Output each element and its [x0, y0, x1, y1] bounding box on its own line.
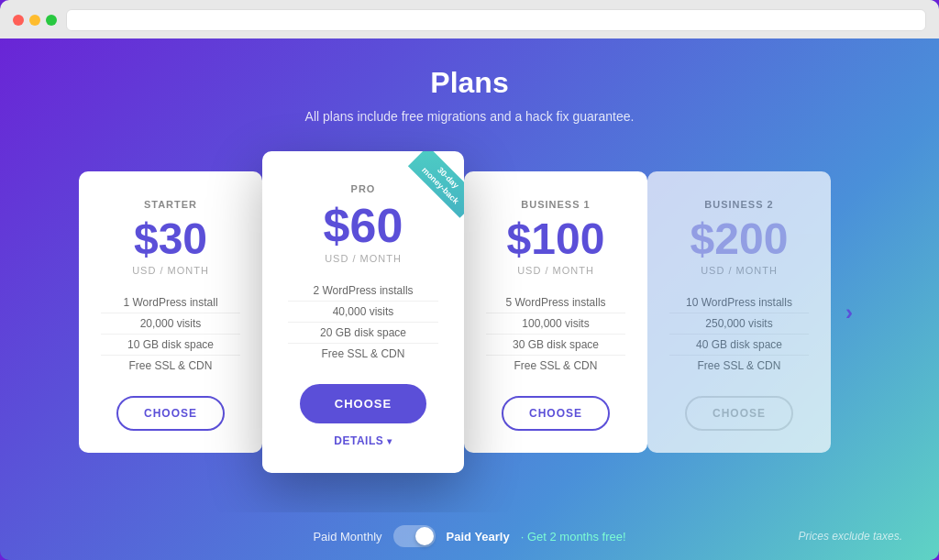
- chevron-down-icon: ▾: [387, 436, 392, 446]
- minimize-icon[interactable]: [29, 15, 40, 26]
- plan-period-pro: USD / MONTH: [288, 253, 438, 264]
- plan-card-business1: BUSINESS 1 $100 USD / MONTH 5 WordPress …: [464, 171, 647, 453]
- toggle-knob: [415, 527, 434, 545]
- feature-item: 30 GB disk space: [486, 334, 625, 355]
- feature-item: 40,000 visits: [288, 301, 438, 322]
- traffic-lights: [13, 15, 57, 26]
- feature-item: 2 WordPress installs: [288, 280, 438, 301]
- page-title: Plans: [430, 66, 508, 100]
- feature-item: Free SSL & CDN: [101, 355, 240, 376]
- feature-item: 100,000 visits: [486, 313, 625, 334]
- taxes-note: Prices exclude taxes.: [799, 530, 902, 543]
- ribbon: 30-daymoney-back: [391, 151, 464, 225]
- bottom-bar: Paid Monthly Paid Yearly · Get 2 months …: [0, 512, 939, 560]
- plan-price-business2: $200: [669, 217, 809, 261]
- browser-window: Plans All plans include free migrations …: [0, 0, 939, 560]
- feature-item: 250,000 visits: [669, 313, 809, 334]
- billing-yearly-label: Paid Yearly: [447, 530, 510, 544]
- plan-name-business1: BUSINESS 1: [486, 199, 625, 210]
- maximize-icon[interactable]: [46, 15, 57, 26]
- billing-monthly-label: Paid Monthly: [313, 530, 381, 544]
- plan-price-business1: $100: [486, 217, 625, 261]
- plan-features-business1: 5 WordPress installs 100,000 visits 30 G…: [486, 292, 625, 376]
- plan-features-pro: 2 WordPress installs 40,000 visits 20 GB…: [288, 280, 438, 364]
- browser-content: Plans All plans include free migrations …: [0, 38, 939, 512]
- feature-item: 40 GB disk space: [669, 334, 809, 355]
- choose-button-business1[interactable]: CHOOSE: [502, 396, 610, 431]
- page-subtitle: All plans include free migrations and a …: [305, 109, 635, 124]
- billing-toggle[interactable]: [393, 525, 436, 547]
- feature-item: 20 GB disk space: [288, 322, 438, 343]
- ribbon-text: 30-daymoney-back: [408, 151, 464, 218]
- feature-item: 10 GB disk space: [101, 334, 240, 355]
- choose-button-starter[interactable]: CHOOSE: [116, 396, 225, 431]
- feature-item: 20,000 visits: [101, 313, 240, 334]
- plan-features-business2: 10 WordPress installs 250,000 visits 40 …: [669, 292, 809, 376]
- plan-card-pro: 30-daymoney-back PRO $60 USD / MONTH 2 W…: [262, 151, 464, 473]
- plan-price-starter: $30: [101, 217, 240, 261]
- feature-item: Free SSL & CDN: [669, 355, 809, 376]
- plan-period-business2: USD / MONTH: [669, 265, 809, 276]
- next-arrow-icon[interactable]: ›: [838, 292, 860, 333]
- choose-button-pro[interactable]: CHOOSE: [300, 384, 426, 423]
- plans-container: STARTER $30 USD / MONTH 1 WordPress inst…: [29, 151, 910, 473]
- url-bar[interactable]: [66, 9, 926, 31]
- plan-period-business1: USD / MONTH: [486, 265, 625, 276]
- feature-item: 1 WordPress install: [101, 292, 240, 313]
- plan-card-starter: STARTER $30 USD / MONTH 1 WordPress inst…: [79, 171, 262, 453]
- choose-button-business2[interactable]: CHOOSE: [685, 396, 793, 431]
- plan-card-business2: BUSINESS 2 $200 USD / MONTH 10 WordPress…: [647, 171, 831, 453]
- details-label: DETAILS: [334, 434, 383, 447]
- plan-name-starter: STARTER: [101, 199, 240, 210]
- feature-item: Free SSL & CDN: [486, 355, 625, 376]
- close-icon[interactable]: [13, 15, 24, 26]
- browser-chrome: [0, 0, 939, 38]
- plan-period-starter: USD / MONTH: [101, 265, 240, 276]
- billing-toggle-area: Paid Monthly Paid Yearly · Get 2 months …: [313, 525, 625, 547]
- details-link[interactable]: DETAILS ▾: [288, 434, 438, 447]
- feature-item: Free SSL & CDN: [288, 343, 438, 364]
- billing-promo: · Get 2 months free!: [521, 530, 626, 544]
- plan-name-business2: BUSINESS 2: [669, 199, 809, 210]
- feature-item: 10 WordPress installs: [669, 292, 809, 313]
- feature-item: 5 WordPress installs: [486, 292, 625, 313]
- plan-features-starter: 1 WordPress install 20,000 visits 10 GB …: [101, 292, 240, 376]
